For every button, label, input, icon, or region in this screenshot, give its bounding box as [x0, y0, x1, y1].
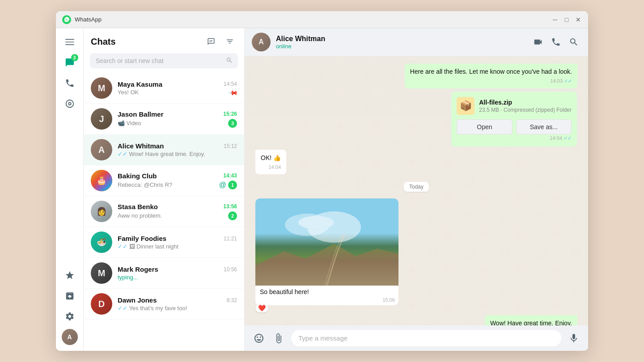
- chat-name-maya: Maya Kasuma: [118, 80, 162, 88]
- image-time-m4: 15:06: [255, 297, 398, 305]
- close-button[interactable]: ✕: [575, 16, 582, 23]
- mountain-image[interactable]: [255, 198, 398, 286]
- svg-point-4: [68, 102, 71, 105]
- chat-input-bar: [245, 325, 588, 351]
- bubble-m1: Here are all the files. Let me know once…: [405, 63, 577, 88]
- chat-preview-maya: Yes! OK: [118, 89, 139, 96]
- chat-item-jason[interactable]: J Jason Ballmer 15:26 📹 Video 3: [84, 104, 244, 135]
- message-m3: OK! 👍 14:04: [255, 150, 577, 175]
- chat-preview-baking: Rebecca: @Chris R?: [118, 181, 172, 188]
- chat-preview-jason: 📹 Video: [118, 120, 141, 126]
- nav-avatar[interactable]: A: [60, 328, 79, 346]
- chat-item-alice[interactable]: A Alice Whitman 15:12 ✓✓ Wow! Have great…: [84, 135, 244, 165]
- chat-time-alice: 15:12: [224, 143, 237, 149]
- file-save-button[interactable]: Save as...: [516, 119, 572, 135]
- file-details-m2: All-files.zip 23.5 MB · Compressed (zipp…: [479, 99, 572, 113]
- chat-main: 💬🌸 A Alice Whitman online: [245, 28, 588, 351]
- avatar-baking: 🎂: [91, 170, 112, 191]
- attach-button[interactable]: [271, 331, 286, 345]
- avatar-dawn: D: [91, 293, 112, 315]
- avatar-maya: M: [91, 77, 112, 99]
- chats-badge: 3: [71, 54, 78, 61]
- chat-item-mark[interactable]: M Mark Rogers 10:56 typing...: [84, 258, 244, 289]
- maximize-button[interactable]: □: [563, 16, 570, 23]
- svg-rect-0: [65, 39, 74, 40]
- voice-message-button[interactable]: [567, 331, 581, 345]
- chat-name-jason: Jason Ballmer: [118, 110, 164, 118]
- chat-content-family: Family Foodies 11:21 ✓✓ 🖼 Dinner last ni…: [118, 235, 237, 250]
- chat-item-dawn[interactable]: D Dawn Jones 8:32 ✓✓ Yes that's my fave …: [84, 289, 244, 320]
- search-messages-button[interactable]: [567, 35, 581, 49]
- search-input[interactable]: [90, 54, 221, 68]
- chat-time-mark: 10:56: [224, 266, 237, 273]
- nav-menu[interactable]: [60, 33, 79, 51]
- chat-list: M Maya Kasuma 14:54 Yes! OK 📌 J: [84, 73, 244, 351]
- chat-name-dawn: Dawn Jones: [118, 296, 157, 304]
- chat-content-jason: Jason Ballmer 15:26 📹 Video 3: [118, 110, 237, 128]
- message-m5: Wow! Have great time. Enjoy. 15:12 ✓✓: [255, 315, 577, 325]
- new-chat-button[interactable]: [204, 34, 218, 49]
- nav-chats[interactable]: 3: [60, 53, 79, 72]
- bubble-time-m3: 14:04: [261, 164, 281, 171]
- nav-settings[interactable]: [60, 307, 79, 326]
- chat-time-dawn: 8:32: [227, 297, 237, 303]
- window-title: WhatsApp: [75, 16, 548, 23]
- chat-name-baking: Baking Club: [118, 172, 157, 180]
- tick-m1: ✓✓: [564, 77, 572, 85]
- message-m2: 📦 All-files.zip 23.5 MB · Compressed (zi…: [255, 91, 577, 147]
- chat-content-dawn: Dawn Jones 8:32 ✓✓ Yes that's my fave to…: [118, 296, 237, 311]
- chat-header: A Alice Whitman online: [245, 28, 588, 56]
- file-bubble-m2: 📦 All-files.zip 23.5 MB · Compressed (zi…: [451, 91, 577, 147]
- file-meta-m2: 23.5 MB · Compressed (zipped) Folder: [479, 107, 572, 113]
- contact-avatar[interactable]: A: [252, 33, 271, 51]
- avatar-stasa: 👩: [91, 201, 112, 222]
- chat-panel-actions: [204, 34, 237, 49]
- svg-rect-2: [65, 44, 74, 45]
- chat-item-maya[interactable]: M Maya Kasuma 14:54 Yes! OK 📌: [84, 73, 244, 104]
- nav-starred[interactable]: [60, 266, 79, 285]
- chat-time-maya: 14:54: [224, 81, 237, 87]
- chat-preview-family: ✓✓ 🖼 Dinner last night: [118, 243, 178, 250]
- chat-messages: Here are all the files. Let me know once…: [245, 56, 588, 325]
- file-icon-m2: 📦: [457, 97, 475, 115]
- bubble-m3: OK! 👍 14:04: [255, 150, 286, 175]
- nav-archive[interactable]: [60, 286, 79, 305]
- titlebar: WhatsApp ─ □ ✕: [56, 11, 588, 28]
- badge-baking: 1: [228, 181, 237, 189]
- chat-header-actions: [531, 35, 581, 49]
- voice-call-button[interactable]: [549, 35, 563, 49]
- chat-content-alice: Alice Whitman 15:12 ✓✓ Wow! Have great t…: [118, 142, 237, 157]
- file-name-m2: All-files.zip: [479, 99, 572, 106]
- chat-name-family: Family Foodies: [118, 235, 166, 242]
- nav-status[interactable]: [60, 94, 79, 113]
- chat-item-family[interactable]: 🍜 Family Foodies 11:21 ✓✓ 🖼 Dinner last …: [84, 227, 244, 258]
- chat-header-info: Alice Whitman online: [276, 35, 525, 50]
- image-bubble-m4: So beautiful here! 15:06: [255, 198, 398, 305]
- message-m4: So beautiful here! 15:06 ❤️: [255, 198, 577, 312]
- minimize-button[interactable]: ─: [551, 16, 559, 23]
- chat-panel: Chats: [84, 28, 245, 351]
- chat-item-baking[interactable]: 🎂 Baking Club 14:43 Rebecca: @Chris R? @…: [84, 165, 244, 196]
- chat-content-mark: Mark Rogers 10:56 typing...: [118, 265, 237, 281]
- chat-time-stasa: 13:56: [223, 203, 237, 210]
- contact-status: online: [276, 43, 525, 50]
- file-actions-m2: Open Save as...: [457, 119, 572, 135]
- file-info-m2: 📦 All-files.zip 23.5 MB · Compressed (zi…: [457, 97, 572, 115]
- message-m1: Here are all the files. Let me know once…: [255, 63, 577, 88]
- file-open-button[interactable]: Open: [457, 119, 512, 135]
- bubble-time-m1: 14:03 ✓✓: [410, 77, 572, 85]
- filter-button[interactable]: [223, 34, 237, 49]
- image-caption-m4: So beautiful here!: [255, 286, 398, 297]
- chat-preview-mark: typing...: [118, 274, 138, 281]
- bubble-m5: Wow! Have great time. Enjoy. 15:12 ✓✓: [485, 315, 577, 325]
- app-icon: [62, 15, 71, 24]
- video-call-button[interactable]: [531, 35, 545, 49]
- chat-item-stasa[interactable]: 👩 Stasa Benko 13:56 Aww no problem. 2: [84, 196, 244, 227]
- chat-content-baking: Baking Club 14:43 Rebecca: @Chris R? @ 1: [118, 172, 237, 189]
- message-input[interactable]: [291, 330, 561, 346]
- avatar-alice: A: [91, 139, 112, 160]
- nav-calls[interactable]: [60, 74, 79, 93]
- emoji-button[interactable]: [252, 331, 266, 345]
- search-icon: [221, 57, 237, 65]
- bubble-time-m2: 14:04 ✓✓: [457, 135, 572, 141]
